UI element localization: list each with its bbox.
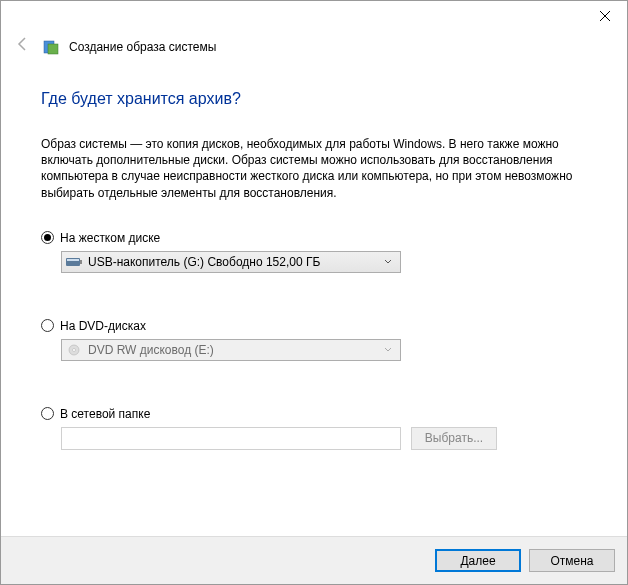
option-dvd: На DVD-дисках DVD RW дисковод (E:) (41, 319, 587, 361)
radio-dvd[interactable]: На DVD-дисках (41, 319, 587, 333)
network-path-input (61, 427, 401, 450)
svg-rect-3 (67, 259, 79, 261)
chevron-down-icon (380, 256, 396, 267)
dvd-drive-icon (66, 344, 82, 356)
app-icon (43, 39, 59, 55)
dvd-combo-value: DVD RW дисковод (E:) (88, 343, 380, 357)
chevron-down-icon (380, 344, 396, 355)
window-title: Создание образа системы (69, 40, 216, 54)
radio-label-network: В сетевой папке (60, 407, 150, 421)
cancel-button[interactable]: Отмена (529, 549, 615, 572)
page-heading: Где будет хранится архив? (41, 90, 587, 108)
browse-button: Выбрать... (411, 427, 497, 450)
svg-point-6 (73, 348, 76, 351)
option-network: В сетевой папке Выбрать... (41, 407, 587, 450)
radio-icon (41, 407, 54, 420)
usb-drive-icon (66, 256, 82, 268)
close-button[interactable] (582, 1, 627, 31)
option-hard-disk: На жестком диске USB-накопитель (G:) Сво… (41, 231, 587, 273)
radio-hard-disk[interactable]: На жестком диске (41, 231, 587, 245)
page-description: Образ системы — это копия дисков, необхо… (41, 136, 587, 201)
radio-icon (41, 319, 54, 332)
next-button[interactable]: Далее (435, 549, 521, 572)
hard-disk-combo[interactable]: USB-накопитель (G:) Свободно 152,00 ГБ (61, 251, 401, 273)
back-button[interactable] (13, 35, 33, 58)
svg-rect-1 (48, 44, 58, 54)
dvd-combo: DVD RW дисковод (E:) (61, 339, 401, 361)
radio-network[interactable]: В сетевой папке (41, 407, 587, 421)
svg-rect-4 (80, 260, 82, 264)
hard-disk-combo-value: USB-накопитель (G:) Свободно 152,00 ГБ (88, 255, 380, 269)
radio-label-hard-disk: На жестком диске (60, 231, 160, 245)
radio-label-dvd: На DVD-дисках (60, 319, 146, 333)
radio-icon (41, 231, 54, 244)
footer: Далее Отмена (1, 536, 627, 584)
